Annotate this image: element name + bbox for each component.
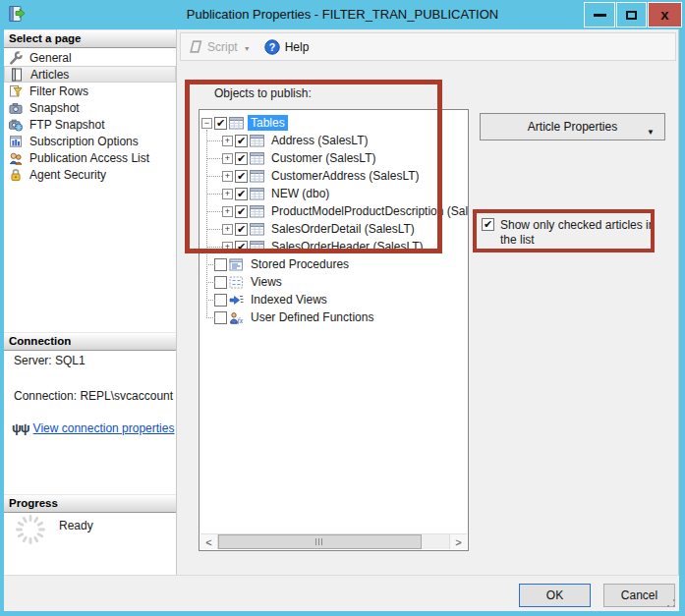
help-icon: ?: [264, 39, 280, 55]
sidebar-item-label: FTP Snapshot: [29, 118, 105, 132]
indexed-view-icon: [229, 294, 245, 307]
svg-text:?: ?: [268, 40, 274, 52]
dropdown-arrow-icon: [647, 124, 655, 138]
progress-spinner-icon: [14, 513, 47, 546]
scrollbar-grip-icon: [315, 538, 324, 545]
sidebar-item-subscription-options[interactable]: Subscription Options: [4, 133, 176, 149]
sidebar-item-label: Snapshot: [29, 101, 80, 115]
progress-status: Ready: [59, 519, 93, 532]
scroll-right-icon[interactable]: [450, 534, 467, 549]
people-icon: [9, 151, 24, 165]
ok-button[interactable]: OK: [519, 584, 591, 607]
tree-row[interactable]: Indexed Views: [200, 291, 468, 308]
script-dropdown-arrow-icon[interactable]: [244, 40, 251, 54]
view-icon: [229, 276, 245, 289]
select-a-page-header: Select a page: [4, 29, 176, 48]
toolbar: Script ? Help: [180, 32, 676, 61]
script-icon: [189, 39, 203, 54]
article-properties-button[interactable]: Article Properties: [480, 113, 665, 140]
tree-row[interactable]: Stored Procedures: [200, 255, 468, 273]
footer: OK Cancel: [4, 575, 679, 611]
sidebar-item-label: Publication Access List: [29, 151, 149, 165]
article-properties-label: Article Properties: [528, 120, 617, 134]
checkbox-unchecked-icon[interactable]: [214, 311, 227, 324]
sidebar-item-label: Subscription Options: [29, 135, 139, 148]
sidebar-item-general[interactable]: General: [4, 49, 176, 66]
svg-text:fx: fx: [238, 316, 244, 324]
sidebar-item-articles[interactable]: Articles: [4, 66, 176, 83]
window-title: Publication Properties - FILTER_TRAN_PUB…: [0, 0, 685, 29]
sidebar-item-label: Articles: [30, 68, 69, 82]
sidebar-item-agent-security[interactable]: Agent Security: [4, 166, 176, 183]
tree-connector-stub: [206, 300, 215, 301]
sidebar-item-label: General: [29, 51, 72, 65]
lock-icon: [9, 168, 24, 182]
wrench-icon: [9, 51, 24, 65]
tree-connector-stub: [206, 317, 215, 318]
scrollbar-track[interactable]: [217, 534, 450, 549]
close-icon: [660, 7, 668, 23]
sidebar-item-filter-rows[interactable]: Filter Rows: [4, 83, 176, 99]
sidebar: Select a page GeneralArticlesFilter Rows…: [4, 29, 177, 575]
highlight-rectangle-checkbox: [473, 209, 655, 252]
server-label: Server: SQL1: [14, 354, 86, 367]
page-list: GeneralArticlesFilter RowsSnapshotFTP Sn…: [4, 49, 176, 183]
minimize-button[interactable]: [584, 2, 615, 28]
tree-connector-stub: [206, 264, 215, 265]
udf-icon: fx: [229, 311, 245, 324]
camera-globe-icon: [9, 118, 24, 132]
tree-item-label: User Defined Functions: [248, 309, 376, 325]
sidebar-item-ftp-snapshot[interactable]: FTP Snapshot: [4, 116, 176, 133]
script-button[interactable]: Script: [207, 40, 238, 54]
close-button[interactable]: [648, 2, 682, 28]
highlight-rectangle-objects: [185, 80, 442, 253]
cancel-button[interactable]: Cancel: [603, 584, 675, 607]
connection-properties-icon: ψψ: [12, 420, 29, 435]
tree-row[interactable]: Views: [200, 273, 468, 291]
view-connection-properties-link[interactable]: View connection properties: [33, 421, 175, 435]
stored-procedure-icon: [229, 258, 245, 271]
connection-account-label: Connection: REPL\svcaccount: [14, 389, 173, 403]
titlebar[interactable]: Publication Properties - FILTER_TRAN_PUB…: [0, 0, 685, 29]
tree-item-label: Views: [248, 274, 285, 290]
tree-item-label: Indexed Views: [248, 292, 330, 308]
maximize-button[interactable]: [616, 2, 647, 28]
sidebar-item-snapshot[interactable]: Snapshot: [4, 99, 176, 116]
article-page-icon: [10, 68, 25, 82]
publication-properties-dialog: Publication Properties - FILTER_TRAN_PUB…: [0, 0, 685, 616]
sidebar-item-label: Filter Rows: [29, 84, 88, 98]
main-panel: Script ? Help Objects to publish: Tables…: [177, 29, 679, 575]
scroll-left-icon[interactable]: [200, 534, 217, 549]
resize-grip[interactable]: [667, 599, 675, 607]
horizontal-scrollbar[interactable]: [200, 533, 467, 549]
checkbox-unchecked-icon[interactable]: [214, 276, 227, 289]
chart-icon: [9, 135, 24, 148]
checkbox-unchecked-icon[interactable]: [214, 258, 227, 271]
checkbox-unchecked-icon[interactable]: [214, 294, 227, 307]
dialog-client-area: Select a page GeneralArticlesFilter Rows…: [4, 29, 679, 611]
filter-icon: [9, 84, 24, 98]
tree-connector-stub: [206, 282, 215, 283]
minimize-icon: [594, 14, 606, 17]
tree-row[interactable]: fxUser Defined Functions: [200, 308, 468, 326]
progress-header: Progress: [4, 494, 176, 513]
help-button[interactable]: Help: [285, 40, 310, 54]
sidebar-item-label: Agent Security: [29, 168, 106, 182]
tree-item-label: Stored Procedures: [248, 256, 352, 272]
scrollbar-thumb[interactable]: [218, 534, 422, 549]
connection-header: Connection: [4, 332, 176, 351]
maximize-icon: [626, 11, 637, 20]
camera-icon: [9, 101, 24, 115]
sidebar-item-publication-access-list[interactable]: Publication Access List: [4, 149, 176, 166]
